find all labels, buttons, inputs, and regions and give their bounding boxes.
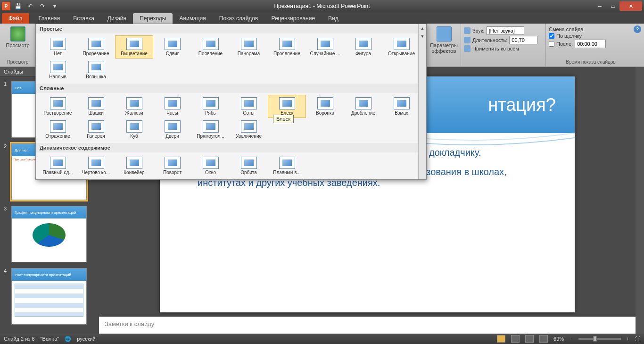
close-button[interactable]: ✕: [619, 1, 642, 11]
apply-all-button[interactable]: Применить ко всем: [472, 46, 519, 51]
advance-title: Смена слайда: [549, 26, 584, 32]
gallery-item[interactable]: Прорезание: [77, 35, 115, 59]
gallery-item-label: Увеличение: [236, 134, 262, 139]
duration-input[interactable]: [509, 36, 537, 44]
gallery-item-label: Часы: [166, 110, 178, 116]
gallery-item-label: Случайные ...: [310, 51, 340, 56]
slide-thumb-row[interactable]: 3График популярности презентаций: [0, 203, 99, 265]
gallery-item[interactable]: Растворение: [39, 95, 77, 118]
view-sorter-button[interactable]: [511, 335, 520, 343]
gallery-item[interactable]: Открывание: [382, 35, 421, 59]
gallery-item[interactable]: Появление: [191, 35, 230, 59]
effect-options-button[interactable]: Параметры эффектов: [430, 25, 458, 56]
gallery-item[interactable]: Жалюзи: [115, 95, 153, 118]
notes-pane[interactable]: Заметки к слайду: [99, 315, 636, 334]
view-reading-button[interactable]: [525, 335, 534, 343]
gallery-item-label: Поворот: [163, 170, 182, 175]
transition-thumb-icon: [317, 38, 333, 50]
gallery-scrollbar[interactable]: ▲ ▼: [418, 24, 426, 179]
slide-thumb-row[interactable]: 4Рост популярности презентаций: [0, 265, 99, 327]
gallery-item[interactable]: Чертово ко...: [77, 154, 115, 177]
tab-design[interactable]: Дизайн: [101, 13, 133, 24]
tab-review[interactable]: Рецензирование: [264, 13, 322, 24]
thumb-chart-icon: [33, 223, 66, 247]
gallery-item[interactable]: Воронка: [306, 95, 344, 118]
transition-thumb-icon: [126, 157, 142, 169]
gallery-item[interactable]: Окно: [191, 154, 230, 177]
transition-thumb-icon: [88, 157, 104, 169]
tab-view[interactable]: Вид: [322, 13, 345, 24]
gallery-item[interactable]: Случайные ...: [306, 35, 344, 59]
qat-save-icon[interactable]: 💾: [13, 1, 23, 11]
transition-thumb-icon: [241, 157, 257, 169]
slide-thumbnail[interactable]: График популярности презентаций: [11, 206, 87, 262]
gallery-item[interactable]: Выцветание: [115, 35, 153, 59]
gallery-item[interactable]: Рябь: [191, 95, 230, 118]
gallery-item[interactable]: Плавный в...: [268, 154, 306, 177]
after-input[interactable]: [575, 40, 606, 48]
gallery-item[interactable]: Галерея: [77, 118, 115, 141]
gallery-item[interactable]: Куб: [115, 118, 153, 141]
slide-thumbnail[interactable]: Рост популярности презентаций: [11, 268, 87, 325]
gallery-item[interactable]: Фигура: [344, 35, 382, 59]
tab-slideshow[interactable]: Показ слайдов: [213, 13, 265, 24]
tab-home[interactable]: Главная: [32, 13, 67, 24]
gallery-item-label: Куб: [130, 134, 138, 139]
gallery-item[interactable]: Двери: [153, 118, 191, 141]
gallery-item[interactable]: Сдвиг: [153, 35, 191, 59]
view-slideshow-button[interactable]: [539, 335, 548, 343]
gallery-item[interactable]: Соты: [230, 95, 268, 118]
apply-all-icon: [464, 45, 471, 52]
sound-select[interactable]: [487, 26, 524, 35]
gallery-item[interactable]: Отражение: [39, 118, 77, 141]
zoom-in-button[interactable]: +: [627, 336, 629, 342]
gallery-item[interactable]: Орбита: [230, 154, 268, 177]
gallery-item[interactable]: Вспышка: [77, 59, 115, 82]
zoom-value: 69%: [553, 336, 564, 342]
scroll-down-icon[interactable]: ▼: [419, 32, 426, 40]
transition-thumb-icon: [88, 97, 104, 109]
transition-thumb-icon: [88, 61, 104, 73]
tab-transitions[interactable]: Переходы: [133, 13, 173, 24]
gallery-item[interactable]: Нет: [39, 35, 77, 59]
help-icon[interactable]: ?: [634, 25, 641, 33]
transition-thumb-icon: [165, 157, 181, 169]
scroll-up-icon[interactable]: ▲: [419, 24, 426, 32]
tab-file[interactable]: Файл: [2, 13, 29, 24]
maximize-button[interactable]: ▭: [606, 1, 619, 11]
after-label: После:: [556, 41, 573, 47]
transition-thumb-icon: [50, 38, 66, 50]
zoom-out-button[interactable]: −: [570, 336, 572, 342]
gallery-item[interactable]: Прямоугол...: [191, 118, 230, 141]
gallery-item[interactable]: Дробление: [344, 95, 382, 118]
gallery-item[interactable]: Взмах: [382, 95, 421, 118]
qat-customize-icon[interactable]: ▾: [50, 1, 59, 11]
gallery-item[interactable]: Наплыв: [39, 59, 77, 82]
tab-animations[interactable]: Анимация: [173, 13, 212, 24]
gallery-item-label: Дробление: [351, 110, 375, 116]
fit-to-window-button[interactable]: ⛶: [635, 336, 640, 342]
gallery-item[interactable]: Проявление: [268, 35, 306, 59]
gallery-item[interactable]: Поворот: [153, 154, 191, 177]
gallery-item[interactable]: Конвейер: [115, 154, 153, 177]
gallery-item[interactable]: Увеличение: [230, 118, 268, 141]
minimize-button[interactable]: ─: [593, 1, 606, 11]
view-normal-button[interactable]: [497, 335, 505, 343]
qat-redo-icon[interactable]: ↷: [38, 1, 47, 11]
gallery-item[interactable]: Плавный сд...: [39, 154, 77, 177]
editor-scrollbar[interactable]: [636, 67, 644, 334]
gallery-item-label: Чертово ко...: [82, 170, 110, 175]
preview-button[interactable]: Просмотр: [3, 25, 33, 50]
tab-insert[interactable]: Вставка: [66, 13, 101, 24]
gallery-item[interactable]: Часы: [153, 95, 191, 118]
thumb-title: Рост популярности презентаций: [12, 268, 86, 281]
zoom-slider[interactable]: [578, 338, 621, 340]
gallery-item[interactable]: Панорама: [230, 35, 268, 59]
transition-thumb-icon: [203, 120, 219, 133]
qat-undo-icon[interactable]: ↶: [25, 1, 35, 11]
on-click-checkbox[interactable]: [549, 33, 554, 39]
slide-number: 4: [4, 268, 8, 325]
gallery-item[interactable]: Шашки: [77, 95, 115, 118]
zoom-thumb[interactable]: [593, 336, 597, 342]
after-checkbox[interactable]: [549, 41, 554, 47]
